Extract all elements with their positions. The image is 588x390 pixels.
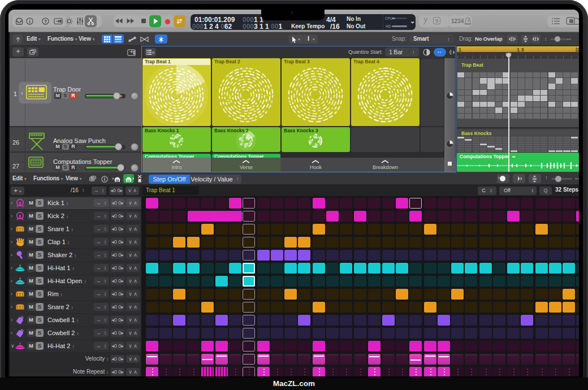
- svg-text:?: ?: [44, 19, 47, 24]
- svg-text:i: i: [29, 19, 31, 24]
- svg-text:R: R: [152, 51, 154, 55]
- svg-text:i: i: [104, 176, 105, 181]
